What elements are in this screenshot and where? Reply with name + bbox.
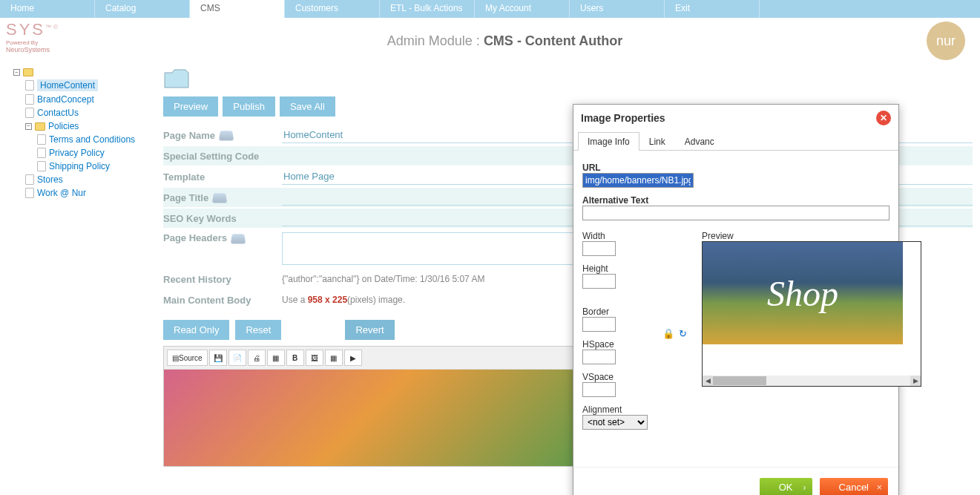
top-nav: Home Catalog CMS Customers ETL - Bulk Ac… <box>0 0 980 18</box>
seo-label: SEO Key Words <box>163 213 282 224</box>
url-label: URL <box>582 163 889 173</box>
use-dim: 958 x 225 <box>308 295 347 305</box>
tree-item-policies[interactable]: Policies <box>48 121 79 131</box>
tab-advanced[interactable]: Advanc <box>675 132 724 151</box>
reset-button[interactable]: Reset <box>235 320 281 340</box>
file-icon <box>25 188 34 198</box>
hspace-input[interactable] <box>582 350 616 364</box>
file-icon <box>37 161 46 171</box>
nav-users[interactable]: Users <box>570 0 665 18</box>
revert-button[interactable]: Revert <box>345 320 394 340</box>
use-pre: Use a <box>282 295 308 305</box>
refresh-icon[interactable]: ↻ <box>679 328 687 339</box>
height-label: Height <box>582 263 648 274</box>
disk-icon[interactable] <box>219 131 234 140</box>
avatar[interactable]: nur <box>927 22 965 60</box>
width-label: Width <box>582 231 648 241</box>
alt-label: Alternative Text <box>582 195 889 206</box>
cancel-button[interactable]: Cancel <box>820 478 888 495</box>
tree: − HomeContent BrandConcept ContactUs −Po… <box>0 64 156 471</box>
logo-main: SYS <box>6 20 45 39</box>
dialog-body: URL Alternative Text Width Height Border… <box>573 151 898 437</box>
file-icon <box>37 134 46 145</box>
newpage-icon[interactable]: 📄 <box>228 350 246 366</box>
lock-icon[interactable]: 🔒 <box>662 328 674 339</box>
ok-button[interactable]: OK <box>760 478 812 495</box>
ssc-label: Special Setting Code <box>163 151 282 162</box>
tab-link[interactable]: Link <box>639 132 675 151</box>
url-input[interactable] <box>582 173 694 188</box>
file-icon <box>25 94 34 105</box>
title-prefix: Admin Module : <box>387 33 484 48</box>
print-icon[interactable]: 🖨 <box>248 350 266 366</box>
templates-icon[interactable]: ▦ <box>267 350 285 366</box>
tree-item-shipping[interactable]: Shipping Policy <box>49 161 110 171</box>
preview-text: Shop <box>767 273 838 314</box>
logo-sub2: NeuroSystems <box>6 46 77 53</box>
tree-item-privacy[interactable]: Privacy Policy <box>49 148 105 158</box>
preview-button[interactable]: Preview <box>163 96 218 117</box>
table-icon[interactable]: ▦ <box>325 350 343 366</box>
bold-icon[interactable]: B <box>286 350 304 366</box>
tree-item-homecontent[interactable]: HomeContent <box>37 79 98 91</box>
file-icon <box>25 80 34 91</box>
logo-sub: Powered By <box>6 39 77 46</box>
disk-icon[interactable] <box>212 193 227 203</box>
preview-scrollbar[interactable]: ◀▶ <box>703 376 921 386</box>
logo: SYS™© Powered By NeuroSystems <box>6 20 77 62</box>
border-input[interactable] <box>582 317 616 332</box>
tree-toggle-policies[interactable]: − <box>25 123 32 130</box>
nav-catalog[interactable]: Catalog <box>95 0 190 18</box>
dialog-title-bar: Image Properties ✕ <box>573 105 898 131</box>
tree-item-stores[interactable]: Stores <box>37 174 63 185</box>
border-label: Border <box>582 306 648 317</box>
page-name-label: Page Name <box>163 130 215 141</box>
disk-icon[interactable] <box>231 234 246 243</box>
tree-item-work[interactable]: Work @ Nur <box>37 188 86 198</box>
publish-button[interactable]: Publish <box>223 96 275 117</box>
readonly-button[interactable]: Read Only <box>163 320 229 340</box>
image-icon[interactable]: 🖼 <box>306 350 323 366</box>
tab-image-info[interactable]: Image Info <box>578 132 639 151</box>
hspace-label: HSpace <box>582 339 648 350</box>
template-label: Template <box>163 171 282 183</box>
alt-input[interactable] <box>582 206 889 220</box>
nav-home[interactable]: Home <box>0 0 95 18</box>
tree-item-brandconcept[interactable]: BrandConcept <box>37 94 94 105</box>
height-input[interactable] <box>582 274 616 289</box>
logo-c: © <box>53 24 60 30</box>
tree-item-terms[interactable]: Terms and Conditions <box>49 134 135 145</box>
media-icon[interactable]: ▶ <box>344 350 362 366</box>
source-button[interactable]: ▤ Source <box>167 350 208 366</box>
align-label: Alignment <box>582 404 648 415</box>
header: SYS™© Powered By NeuroSystems Admin Modu… <box>0 18 980 64</box>
source-label: Source <box>179 354 203 362</box>
vspace-label: VSpace <box>582 372 648 382</box>
folder-icon <box>35 122 45 131</box>
saveall-button[interactable]: Save All <box>280 96 335 117</box>
preview-box: Shop ◀▶ <box>702 241 921 387</box>
dialog-title: Image Properties <box>581 112 665 124</box>
align-select[interactable]: <not set> <box>582 415 648 430</box>
nav-etl[interactable]: ETL - Bulk Actions <box>380 0 475 18</box>
history-label: Recent History <box>163 274 282 285</box>
logo-tm: ™ <box>45 24 53 30</box>
nav-cms[interactable]: CMS <box>190 0 285 18</box>
title-main: CMS - Content Author <box>484 33 622 48</box>
dialog-footer: OK Cancel <box>573 467 898 495</box>
vspace-input[interactable] <box>582 382 616 397</box>
tree-item-contactus[interactable]: ContactUs <box>37 108 79 118</box>
file-icon <box>25 108 34 118</box>
nav-customers[interactable]: Customers <box>285 0 380 18</box>
dialog-tabs: Image Info Link Advanc <box>573 131 898 151</box>
width-input[interactable] <box>582 241 616 256</box>
tree-toggle-root[interactable]: − <box>13 69 20 76</box>
headers-label: Page Headers <box>163 232 227 243</box>
folder-large-icon <box>163 68 190 89</box>
file-icon <box>25 174 34 185</box>
save-icon[interactable]: 💾 <box>209 350 227 366</box>
maincontent-label: Main Content Body <box>163 295 282 306</box>
nav-account[interactable]: My Account <box>475 0 570 18</box>
close-icon[interactable]: ✕ <box>876 111 891 125</box>
nav-exit[interactable]: Exit <box>665 0 760 18</box>
